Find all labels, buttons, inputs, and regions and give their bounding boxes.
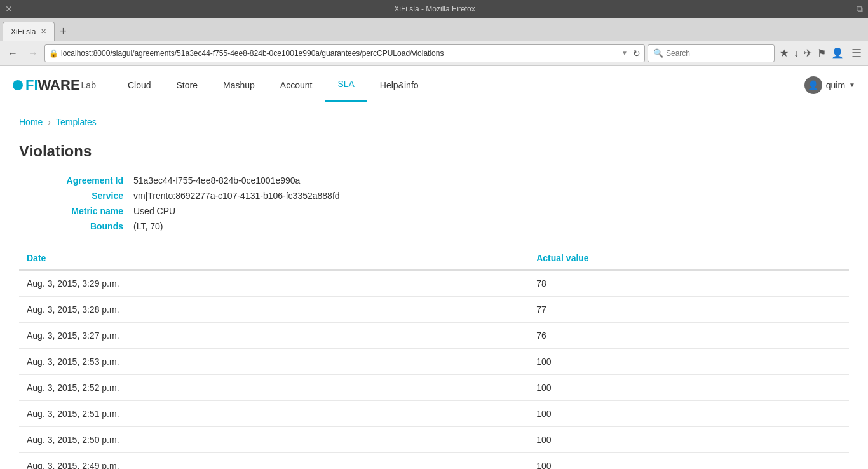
- browser-titlebar: ✕ XiFi sla - Mozilla Firefox ⧉: [0, 0, 868, 18]
- breadcrumb-separator: ›: [48, 117, 51, 127]
- table-row: Aug. 3, 2015, 3:29 p.m.78: [19, 270, 849, 297]
- browser-tab[interactable]: XiFi sla ✕: [3, 22, 55, 41]
- browser-toolbar: ← → 🔒 ▼ ↻ 🔍 ★ ↓ ✈ ⚑ 👤 ☰: [0, 41, 868, 66]
- app-nav: Cloud Store Mashup Account SLA Help&info: [115, 67, 804, 102]
- page-content: Home › Templates Violations Agreement Id…: [0, 104, 868, 469]
- menu-icon[interactable]: ☰: [849, 46, 864, 60]
- address-input[interactable]: [61, 49, 619, 58]
- table-head: Date Actual value: [19, 247, 849, 270]
- info-row-metric: Metric name Used CPU: [19, 206, 849, 216]
- cell-date: Aug. 3, 2015, 3:29 p.m.: [19, 270, 529, 297]
- info-row-bounds: Bounds (LT, 70): [19, 221, 849, 231]
- info-section: Agreement Id 51a3ec44-f755-4ee8-824b-0ce…: [19, 175, 849, 231]
- nav-store[interactable]: Store: [164, 69, 210, 102]
- table-header-row: Date Actual value: [19, 247, 849, 270]
- cell-date: Aug. 3, 2015, 2:52 p.m.: [19, 375, 529, 401]
- logo-dot: [13, 80, 23, 90]
- chevron-down-icon: ▼: [849, 81, 855, 88]
- tab-label: XiFi sla: [11, 27, 36, 36]
- cell-date: Aug. 3, 2015, 2:51 p.m.: [19, 401, 529, 427]
- breadcrumb-home[interactable]: Home: [19, 117, 43, 127]
- table-row: Aug. 3, 2015, 3:27 p.m.76: [19, 323, 849, 349]
- tab-close-icon[interactable]: ✕: [41, 27, 46, 36]
- avatar: 👤: [804, 76, 822, 94]
- app-logo[interactable]: FIWARE Lab: [13, 77, 96, 93]
- column-date: Date: [19, 247, 529, 270]
- download-icon[interactable]: ↓: [794, 48, 799, 59]
- search-icon: 🔍: [653, 48, 663, 58]
- browser-tabbar: XiFi sla ✕ +: [0, 18, 868, 41]
- table-row: Aug. 3, 2015, 2:52 p.m.100: [19, 375, 849, 401]
- cell-date: Aug. 3, 2015, 3:27 p.m.: [19, 323, 529, 349]
- cell-actual-value: 76: [529, 323, 849, 349]
- new-tab-button[interactable]: +: [55, 22, 72, 41]
- lock-icon: 🔒: [49, 49, 58, 58]
- user-menu[interactable]: 👤 quim ▼: [804, 76, 855, 94]
- cell-actual-value: 78: [529, 270, 849, 297]
- violations-tbody: Aug. 3, 2015, 3:29 p.m.78Aug. 3, 2015, 3…: [19, 270, 849, 469]
- cell-date: Aug. 3, 2015, 3:28 p.m.: [19, 297, 529, 323]
- agreement-id-label: Agreement Id: [19, 175, 133, 186]
- address-dropdown-icon[interactable]: ▼: [621, 50, 628, 57]
- table-row: Aug. 3, 2015, 3:28 p.m.77: [19, 297, 849, 323]
- user-icon[interactable]: 👤: [831, 47, 844, 59]
- forward-button[interactable]: →: [24, 45, 42, 62]
- nav-mashup[interactable]: Mashup: [210, 69, 268, 102]
- column-actual-value: Actual value: [529, 247, 849, 270]
- bookmark-icon[interactable]: ★: [780, 47, 789, 59]
- cell-actual-value: 100: [529, 375, 849, 401]
- flag-icon[interactable]: ⚑: [817, 47, 826, 59]
- cell-actual-value: 100: [529, 401, 849, 427]
- service-value: vm|Trento:8692277a-c107-4131-b106-fc3352…: [133, 191, 340, 201]
- cell-date: Aug. 3, 2015, 2:53 p.m.: [19, 349, 529, 375]
- cell-date: Aug. 3, 2015, 2:49 p.m.: [19, 453, 529, 470]
- app-header: FIWARE Lab Cloud Store Mashup Account SL…: [0, 66, 868, 104]
- logo-fi: FI: [25, 77, 38, 93]
- info-row-agreement: Agreement Id 51a3ec44-f755-4ee8-824b-0ce…: [19, 175, 849, 186]
- table-row: Aug. 3, 2015, 2:51 p.m.100: [19, 401, 849, 427]
- page-title: Violations: [19, 142, 849, 160]
- service-label: Service: [19, 191, 133, 201]
- username-label: quim: [826, 80, 845, 90]
- bounds-value: (LT, 70): [133, 221, 163, 231]
- logo-lab: Lab: [81, 80, 96, 90]
- nav-sla[interactable]: SLA: [325, 67, 367, 102]
- table-row: Aug. 3, 2015, 2:50 p.m.100: [19, 427, 849, 453]
- agreement-id-value: 51a3ec44-f755-4ee8-824b-0ce1001e990a: [133, 175, 300, 186]
- browser-restore-icon[interactable]: ⧉: [857, 4, 863, 15]
- nav-account[interactable]: Account: [268, 69, 325, 102]
- table-row: Aug. 3, 2015, 2:49 p.m.100: [19, 453, 849, 470]
- browser-search-bar[interactable]: 🔍: [648, 44, 775, 62]
- cell-actual-value: 100: [529, 427, 849, 453]
- metric-name-value: Used CPU: [133, 206, 175, 216]
- cell-date: Aug. 3, 2015, 2:50 p.m.: [19, 427, 529, 453]
- logo-ware: WARE: [38, 77, 80, 93]
- breadcrumb-templates[interactable]: Templates: [56, 117, 97, 127]
- browser-toolbar-icons: ★ ↓ ✈ ⚑ 👤 ☰: [780, 46, 864, 60]
- cell-actual-value: 100: [529, 349, 849, 375]
- browser-title: XiFi sla - Mozilla Firefox: [13, 4, 857, 13]
- info-row-service: Service vm|Trento:8692277a-c107-4131-b10…: [19, 191, 849, 201]
- breadcrumb: Home › Templates: [19, 117, 849, 127]
- send-icon[interactable]: ✈: [804, 47, 812, 59]
- nav-helpinfo[interactable]: Help&info: [367, 69, 431, 102]
- table-row: Aug. 3, 2015, 2:53 p.m.100: [19, 349, 849, 375]
- cell-actual-value: 100: [529, 453, 849, 470]
- violations-table: Date Actual value Aug. 3, 2015, 3:29 p.m…: [19, 247, 849, 469]
- reload-icon[interactable]: ↻: [633, 48, 641, 58]
- bounds-label: Bounds: [19, 221, 133, 231]
- address-bar[interactable]: 🔒 ▼ ↻: [44, 44, 645, 62]
- cell-actual-value: 77: [529, 297, 849, 323]
- nav-cloud[interactable]: Cloud: [115, 69, 164, 102]
- browser-close-icon[interactable]: ✕: [5, 4, 13, 14]
- metric-name-label: Metric name: [19, 206, 133, 216]
- search-input[interactable]: [666, 49, 761, 58]
- back-button[interactable]: ←: [4, 45, 22, 62]
